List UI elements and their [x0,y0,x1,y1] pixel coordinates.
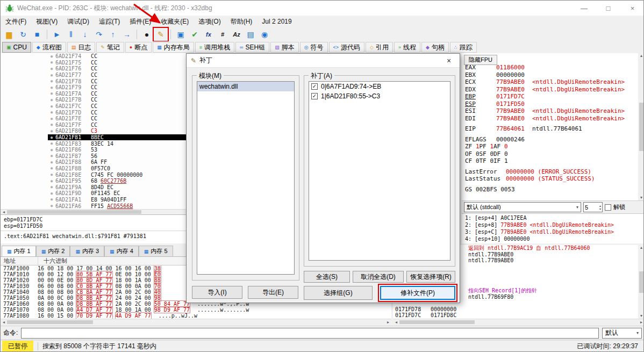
register-row[interactable]: ZF 1 PF 1 AF 0 [462,143,638,150]
scroll-down-icon[interactable]: ▾ [638,195,644,200]
scroll-thumb[interactable] [7,320,93,324]
patch-checkbox[interactable]: ✓ [311,93,318,99]
menu-item-file[interactable]: 文件(F) [1,16,31,28]
tab-notes[interactable]: ✎笔记 [96,42,124,53]
close-button[interactable]: × [620,1,644,16]
register-row[interactable]: LastError00000000 (ERROR_SUCCESS) [462,168,638,176]
minimize-button[interactable]: — [572,1,596,16]
register-row[interactable]: EBX00000000 [462,71,638,79]
tab-cpu[interactable]: ▣CPU [2,42,31,53]
tab-source[interactable]: <>源代码 [329,42,365,53]
menu-item-help[interactable]: 帮助(H) [226,16,257,28]
tab-graph[interactable]: ◆流程图 [32,42,66,53]
tab-handles[interactable]: ◆句柄 [421,42,449,53]
tab-breakpoints[interactable]: ●断点 [125,42,152,53]
stack-hscrollbar[interactable]: ◂ ▸ [393,319,644,325]
scroll-thumb[interactable] [639,271,643,293]
menu-item-options[interactable]: 选项(O) [194,16,225,28]
restore-selection-button[interactable]: 恢复选择项(R) [406,271,455,283]
scroll-up-icon[interactable]: ▴ [638,53,644,59]
stack-row[interactable]: 0171FD7C0171FD8C [393,312,638,318]
patch-item[interactable]: ✓0|6A7F1AD9:74->EB [309,82,450,91]
menu-item-trace[interactable]: 追踪(T) [94,16,125,28]
tab-trace[interactable]: ∴跟踪 [450,42,477,53]
dialog-close-button[interactable]: × [438,54,460,68]
fx-icon[interactable]: fx [202,28,215,40]
memory-tab-2[interactable]: ▦内存 2 [36,246,70,256]
run-icon[interactable]: ► [51,28,63,40]
open-file-icon[interactable]: ▆ [3,28,16,40]
registers-vscrollbar[interactable]: ▴ ▾ [638,53,644,200]
dump-row[interactable]: 77AF107008 00 0A 00 A4 D7 AF 77 18 00 1A… [1,307,391,313]
argument-row[interactable]: 1: [esp+4] A0C17EEA [462,215,644,222]
stack-vscrollbar[interactable]: ▴ ▾ [638,245,644,319]
register-row[interactable]: LastStatus00000000 (STATUS_SUCCESS) [462,175,638,183]
memory-tab-3[interactable]: ▦内存 3 [70,246,104,256]
stop-icon[interactable]: ■ [31,28,44,40]
register-row[interactable]: EFLAGS00000246 [462,136,638,143]
trace-ball-icon[interactable]: ● [140,28,153,40]
register-row[interactable]: EIP77B64061ntdll.77B64061 [462,125,638,133]
argument-count-stepper[interactable]: 5 ▴▾ [583,202,603,212]
register-row[interactable]: ECX77B9ABE0<ntdll.DbgUiRemoteBreakin> [462,78,638,86]
module-item[interactable]: wechatwin.dll [197,82,294,91]
patch-icon[interactable]: ✎ [154,28,167,40]
patch-file-button[interactable]: 修补文件(P) [380,286,455,300]
stack-row[interactable]: 0171FD7800000000 [393,306,638,312]
command-input[interactable] [21,328,599,339]
select-all-button[interactable]: 全选(S) [304,271,350,283]
restart-icon[interactable]: ↻ [17,28,30,40]
step-over-icon[interactable]: ↷ [92,28,105,40]
arguments-pane[interactable]: 1: [esp+4] A0C17EEA2: [esp+8] 77B9ABE0 <… [462,213,644,243]
tab-references[interactable]: ◇引用 [366,42,393,53]
argument-row[interactable]: 2: [esp+8] 77B9ABE0 <ntdll.DbgUiRemoteBr… [462,222,644,229]
register-row[interactable]: EDX77B9ABE0<ntdll.DbgUiRemoteBreakin> [462,86,638,94]
hash-icon[interactable]: # [216,28,229,40]
import-button[interactable]: 导入(I) [192,286,242,299]
register-row[interactable]: GS 002B FS 0053 [462,186,638,193]
argument-row[interactable]: 4: [esp+10] 00000000 [462,236,644,243]
scroll-left-icon[interactable]: ◂ [1,320,7,325]
strings-icon[interactable]: Az [230,28,243,40]
patch-item[interactable]: ✓1|6AD21F80:55->C3 [309,91,450,101]
tab-seh[interactable]: ∞SEH链 [235,42,269,53]
tab-threads[interactable]: »线程 [394,42,420,53]
scroll-right-icon[interactable]: ▸ [638,320,644,325]
argument-row[interactable]: 3: [esp+C] 77B9ABE0 <ntdll.DbgUiRemoteBr… [462,229,644,236]
stepper-arrows-icon[interactable]: ▴▾ [599,204,601,211]
tab-memory-map[interactable]: ▦内存布局 [153,42,194,53]
register-row[interactable]: OF 0 SF 0 DF 0 [462,150,638,158]
step-out-icon[interactable]: ↑ [106,28,119,40]
patch-dialog-titlebar[interactable]: ✎ 补丁 × [187,54,460,68]
tab-script[interactable]: ▨脚本 [270,42,299,53]
register-row[interactable]: EAX01186000 [462,64,638,71]
hide-fpu-button[interactable]: 隐藏FPU [464,55,497,65]
register-row[interactable]: EDI77B9ABE0<ntdll.DbgUiRemoteBreakin> [462,115,638,123]
tab-symbols[interactable]: ◎符号 [300,42,328,53]
deselect-all-button[interactable]: 取消全选(D) [353,271,404,283]
register-row[interactable]: ESP0171FD50 [462,100,638,108]
select-group-button[interactable]: 选择组(G) [304,286,373,300]
globe-icon[interactable]: ◉ [258,28,271,40]
dump-row[interactable]: 77AF108016 00 15 00 70 D9 AF 77 4A D9 AF… [1,313,391,319]
scroll-thumb[interactable] [399,320,475,324]
scroll-up-icon[interactable]: ▴ [638,245,644,250]
calling-convention-select[interactable]: 默认 (stdcall) ▾ [464,202,581,212]
menu-item-debug[interactable]: 调试(D) [62,16,94,28]
pause-icon[interactable]: ‖ [65,28,77,40]
book-icon[interactable]: ▤ [244,28,257,40]
memory-tab-4[interactable]: ▦内存 4 [104,246,139,256]
registers-pane[interactable]: 隐藏FPU EAX01186000EBX00000000ECX77B9ABE0<… [462,53,638,200]
register-row[interactable]: ESI77B9ABE0<ntdll.DbgUiRemoteBreakin> [462,107,638,115]
patch-checkbox[interactable]: ✓ [311,83,318,90]
scroll-down-icon[interactable]: ▾ [638,313,644,319]
run-to-cursor-icon[interactable]: → [120,28,133,40]
check-icon[interactable]: ✔ [188,28,201,40]
command-profile-select[interactable]: 默认 ▾ [602,328,642,339]
scroll-left-icon[interactable]: ◂ [1,210,7,215]
menu-item-view[interactable]: 视图(V) [31,16,62,28]
step-into-icon[interactable]: ↓ [78,28,91,40]
register-row[interactable]: CF 0 TF 0 IF 1 [462,157,638,165]
unlock-checkbox[interactable] [605,204,611,211]
patches-list[interactable]: ✓0|6A7F1AD9:74->EB✓1|6AD21F80:55->C3 [309,81,450,261]
